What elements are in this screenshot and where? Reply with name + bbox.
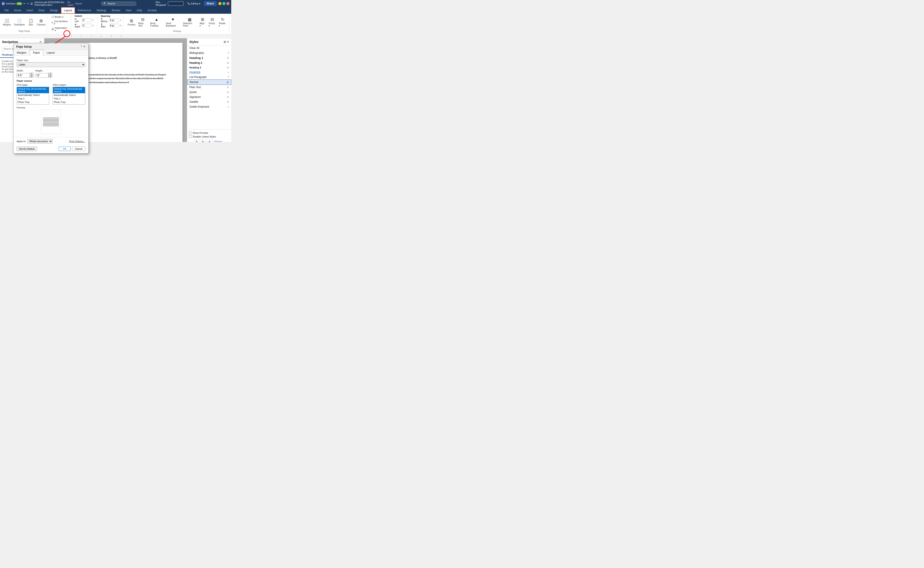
paper-size-select[interactable]: Letter — [17, 62, 85, 67]
other-page-item-auto[interactable]: Automatically Select — [53, 93, 85, 97]
breaks-button[interactable]: ⬡ Breaks ▾ — [50, 15, 68, 19]
tab-review[interactable]: Review — [109, 8, 123, 13]
styles-icon-a-btn[interactable]: A — [194, 139, 199, 142]
spacing-before-input[interactable] — [109, 18, 119, 22]
nav-tab-headings[interactable]: Headings — [0, 52, 15, 58]
margins-button[interactable]: ⬜ Margins — [2, 18, 12, 27]
modal-help-icon[interactable]: ? — [81, 45, 82, 48]
options-link[interactable]: Options... — [214, 140, 224, 142]
style-heading2[interactable]: Heading 2 ⌘ — [187, 60, 231, 65]
tab-mailings[interactable]: Mailings — [94, 8, 109, 13]
apply-to-select[interactable]: Whole document — [27, 139, 53, 142]
redo-icon[interactable]: ↪ — [27, 2, 29, 5]
preview-label: Preview — [17, 106, 85, 109]
styles-expand-icon[interactable]: ⊞ — [224, 40, 226, 44]
tab-file[interactable]: File — [2, 8, 11, 13]
style-quote[interactable]: Quote ⌘ — [187, 90, 231, 95]
bring-forward-button[interactable]: ▲ Bring Forward — [149, 17, 164, 28]
style-heading1[interactable]: Heading 1 ⌘ — [187, 55, 231, 60]
size-icon: 📋 — [28, 18, 33, 23]
columns-button[interactable]: ⊞ Columns — [36, 18, 47, 27]
style-signature[interactable]: Signature ⌘ — [187, 95, 231, 100]
style-plain-text[interactable]: Plain Text ⌘ — [187, 85, 231, 90]
group-button[interactable]: ⊟ Group ▾ — [207, 17, 217, 28]
modal-tab-paper[interactable]: Paper — [30, 50, 44, 56]
selection-pane-button[interactable]: ▦ Selection Pane — [182, 17, 198, 28]
position-button[interactable]: ⊞ Position — [127, 18, 136, 27]
spacing-after-input[interactable] — [109, 24, 119, 27]
style-subtitle[interactable]: Subtitle ⌘ — [187, 100, 231, 104]
undo-icon[interactable]: ↩ — [24, 2, 26, 5]
modal-tab-layout[interactable]: Layout — [44, 50, 58, 56]
style-normal[interactable]: Normal ⌘ — [187, 80, 231, 85]
editing-button[interactable]: ✏️ Editing ▾ — [186, 2, 202, 6]
tab-insert[interactable]: Insert — [24, 8, 36, 13]
style-hyperlink[interactable]: Hyperlink a — [187, 70, 231, 75]
modal-title-bar: Page Setup ? ✕ — [14, 44, 88, 50]
show-preview-checkbox[interactable]: Show Preview — [189, 131, 229, 134]
first-page-item-photo[interactable]: Photo Tray — [17, 100, 49, 104]
align-button[interactable]: ⊞ Align ▾ — [198, 17, 207, 28]
tab-layout[interactable]: Layout — [61, 7, 75, 14]
tab-draw[interactable]: Draw — [36, 8, 47, 13]
other-page-item-tray1[interactable]: Tray 1 — [53, 97, 85, 100]
style-bibliography[interactable]: Bibliography ¶ — [187, 50, 231, 55]
print-options-button[interactable]: Print Options... — [69, 140, 85, 142]
share-button[interactable]: Share — [204, 1, 217, 6]
tab-design[interactable]: Design — [47, 8, 61, 13]
tab-references[interactable]: References — [75, 8, 94, 13]
first-page-item-tray1[interactable]: Tray 1 — [17, 97, 49, 100]
minimize-button[interactable] — [218, 2, 222, 5]
line-numbers-button[interactable]: ≡ Line Numbers ▾ — [50, 20, 69, 26]
other-page-item-photo[interactable]: Photo Tray — [53, 100, 85, 104]
indent-right-input[interactable] — [82, 24, 92, 27]
styles-close-icon[interactable]: ✕ — [227, 40, 229, 44]
first-page-item-default[interactable]: Default tray (Automatically Select) — [17, 87, 49, 93]
other-page-item-default[interactable]: Default tray (Automatically Select) — [53, 87, 85, 93]
paper-source-label: Paper source — [17, 80, 85, 82]
send-backward-button[interactable]: ▼ Send Backward — [165, 17, 181, 28]
close-button[interactable] — [226, 2, 229, 5]
wrap-text-button[interactable]: ⊟ Wrap Text — [137, 17, 148, 28]
first-page-item-auto[interactable]: Automatically Select — [17, 93, 49, 97]
disable-linked-checkbox[interactable]: Disable Linked Styles — [189, 135, 229, 138]
style-list-paragraph[interactable]: List Paragraph ¶ — [187, 75, 231, 80]
width-up-button[interactable]: ▲ — [30, 73, 33, 75]
ribbon-group-breaks: ⬡ Breaks ▾ ≡ Line Numbers ▾ ⊟ Hyphenatio… — [49, 15, 71, 33]
modal-tab-margins[interactable]: Margins — [14, 50, 30, 56]
other-pages-list[interactable]: Default tray (Automatically Select) Auto… — [53, 87, 85, 104]
tab-acrobat[interactable]: Acrobat — [145, 8, 159, 13]
style-subtle-emphasis[interactable]: Subtle Emphasis a — [187, 104, 231, 109]
style-clear-all[interactable]: Clear All — [187, 45, 231, 50]
height-up-button[interactable]: ▲ — [48, 73, 52, 75]
rotate-button[interactable]: ↻ Rotate ▾ — [218, 17, 228, 28]
modal-tabs: Margins Paper Layout — [14, 50, 88, 56]
save-icon[interactable]: 💾 — [30, 2, 33, 5]
styles-icon-a2-btn[interactable]: A↑ — [201, 139, 206, 142]
ribbon-body: ⬜ Margins 📄 Orientation 📋 Size ⊞ Columns… — [0, 14, 231, 34]
size-button[interactable]: 📋 Size — [27, 18, 35, 27]
hyphenation-button[interactable]: ⊟ Hyphenation ▾ — [50, 26, 69, 32]
first-page-list[interactable]: Default tray (Automatically Select) Auto… — [17, 87, 49, 104]
indent-left-input[interactable] — [82, 18, 92, 22]
indent-left-label: ⬅ Left: — [75, 18, 81, 23]
maximize-button[interactable] — [222, 2, 225, 5]
tab-home[interactable]: Home — [11, 8, 24, 13]
style-heading3[interactable]: Heading 3 ⌘ — [187, 65, 231, 70]
search-box[interactable]: 🔍 Search — [101, 2, 136, 6]
width-input[interactable] — [17, 73, 30, 77]
tab-help[interactable]: Help — [134, 8, 145, 13]
width-down-button[interactable]: ▼ — [30, 75, 33, 78]
styles-title: Styles — [189, 40, 198, 44]
styles-icon-a3-btn[interactable]: A↓ — [207, 139, 213, 142]
paper-size-group: Paper size: Letter — [17, 59, 85, 67]
orientation-button[interactable]: 📄 Orientation — [13, 18, 26, 27]
columns-icon: ⊞ — [39, 18, 43, 23]
other-pages-label: Other pages: — [53, 83, 85, 86]
orientation-icon: 📄 — [17, 18, 22, 23]
height-input[interactable] — [35, 73, 48, 77]
modal-close-button[interactable]: ✕ — [83, 45, 86, 48]
height-down-button[interactable]: ▼ — [48, 75, 52, 78]
tab-view[interactable]: View — [123, 8, 134, 13]
comments-button[interactable]: Comments — [168, 2, 184, 6]
